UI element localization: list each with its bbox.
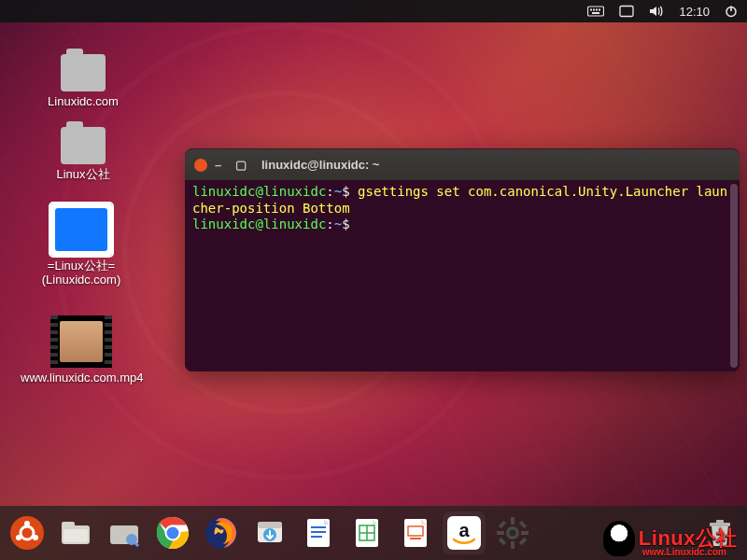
keyboard-indicator-icon[interactable]: [587, 5, 604, 18]
svg-rect-43: [521, 531, 529, 535]
amazon-icon[interactable]: a: [443, 511, 486, 554]
terminal-window[interactable]: – ▢ linuxidc@linuxidc: ~ linuxidc@linuxi…: [185, 148, 740, 371]
workspace-indicator-icon[interactable]: [619, 5, 634, 18]
libreoffice-writer-icon[interactable]: [297, 511, 340, 554]
show-apps-button[interactable]: [6, 511, 49, 554]
firefox-icon[interactable]: [200, 511, 243, 554]
close-icon[interactable]: [194, 159, 207, 172]
svg-text:a: a: [458, 520, 470, 540]
folder-icon: [61, 54, 106, 91]
watermark-url: www.Linuxidc.com: [642, 547, 726, 557]
volume-icon[interactable]: [649, 5, 664, 18]
icon-label: Linux公社: [22, 168, 144, 182]
clock[interactable]: 12:10: [679, 5, 710, 19]
svg-rect-47: [499, 538, 506, 545]
svg-rect-40: [511, 517, 514, 525]
svg-rect-42: [497, 531, 504, 535]
icon-label: Linuxidc.com: [22, 95, 144, 109]
svg-rect-41: [511, 541, 514, 549]
desktop-video-file[interactable]: www.linuxidc.com.mp4: [21, 315, 142, 385]
top-panel: 12:10: [0, 0, 747, 22]
chrome-icon[interactable]: [151, 511, 194, 554]
tux-icon: [603, 521, 635, 556]
video-thumbnail-icon: [50, 315, 112, 368]
svg-rect-3: [596, 9, 598, 11]
svg-rect-24: [258, 522, 282, 528]
window-titlebar[interactable]: – ▢ linuxidc@linuxidc: ~: [185, 149, 740, 180]
folder-icon: [61, 127, 106, 164]
watermark: Linux公社 www.Linuxidc.com: [603, 521, 738, 556]
libreoffice-impress-icon[interactable]: [394, 511, 437, 554]
icon-label: =Linux公社=(Linuxidc.com): [21, 259, 142, 287]
svg-rect-5: [592, 12, 599, 14]
svg-rect-15: [62, 522, 75, 528]
desktop-shortcut-linux-gongshe[interactable]: =Linux公社=(Linuxidc.com): [21, 203, 142, 287]
terminal-body[interactable]: linuxidc@linuxidc:~$ gsettings set com.c…: [185, 180, 740, 371]
svg-rect-28: [311, 531, 326, 533]
minimize-icon[interactable]: –: [215, 159, 228, 172]
power-icon[interactable]: [725, 5, 738, 18]
svg-rect-46: [519, 521, 527, 528]
svg-rect-29: [311, 536, 322, 538]
svg-rect-0: [588, 7, 604, 16]
svg-rect-1: [590, 9, 592, 11]
window-title: linuxidc@linuxidc: ~: [256, 158, 730, 172]
icon-label: www.linuxidc.com.mp4: [21, 371, 142, 385]
svg-rect-6: [620, 7, 633, 17]
software-updater-icon[interactable]: [248, 511, 291, 554]
archive-manager-icon[interactable]: [103, 511, 146, 554]
terminal-scrollbar[interactable]: [730, 184, 738, 368]
maximize-icon[interactable]: ▢: [235, 159, 248, 172]
svg-rect-2: [593, 9, 595, 11]
svg-rect-45: [519, 538, 527, 545]
svg-point-48: [510, 530, 516, 537]
shortcut-icon: [50, 203, 112, 256]
svg-rect-27: [311, 526, 326, 528]
desktop-folder-linuxidc[interactable]: Linuxidc.com: [22, 54, 144, 109]
files-icon[interactable]: [54, 511, 97, 554]
svg-rect-44: [499, 521, 506, 528]
libreoffice-calc-icon[interactable]: [345, 511, 388, 554]
desktop-folder-linux-gongshe[interactable]: Linux公社: [22, 127, 144, 182]
svg-rect-36: [410, 538, 421, 539]
svg-rect-16: [63, 529, 88, 542]
settings-icon[interactable]: [491, 511, 534, 554]
svg-rect-4: [599, 9, 600, 11]
